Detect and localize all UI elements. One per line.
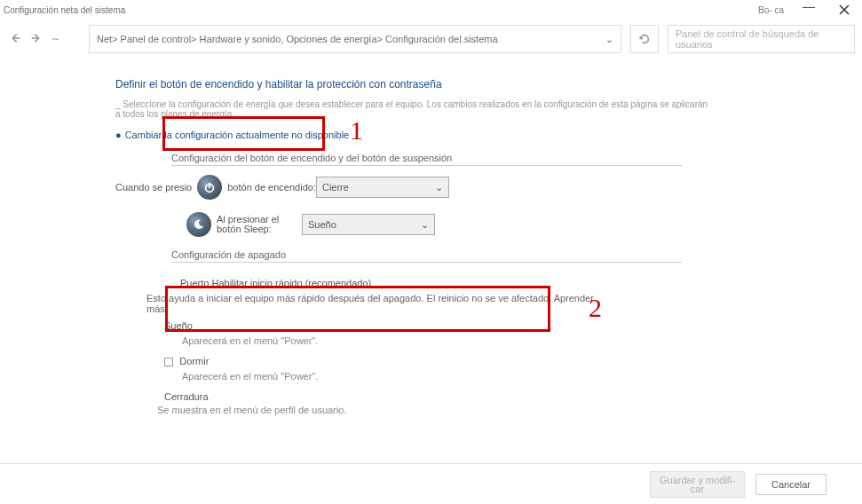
forward-button[interactable] xyxy=(30,32,43,47)
sleep-action-value: Sueño xyxy=(308,219,336,230)
nav-row: ~ Net> Panel de control> Hardware y soni… xyxy=(0,20,862,60)
arrow-right-icon xyxy=(30,32,43,44)
title-bar: Configuración neta del sistema Bo- ca — xyxy=(0,0,862,20)
lock-sub: Se muestra en el menú de perfil de usuar… xyxy=(157,405,710,415)
close-button[interactable] xyxy=(826,0,862,20)
lock-row: Cerradura Se muestra en el menú de perfi… xyxy=(164,390,710,415)
power-button-label-post: botón de encendido: xyxy=(227,182,316,193)
fast-startup-desc: Esto ayuda a iniciar el equipo más rápid… xyxy=(146,293,608,314)
section-buttons-label: Configuración del botón de encendido y d… xyxy=(171,153,682,166)
page-subtext: _ Seleccione la configuración de energía… xyxy=(115,99,710,119)
power-action-select[interactable]: Cierre ⌄ xyxy=(316,177,449,198)
breadcrumb-text: Net> Panel de control> Hardware y sonido… xyxy=(97,34,602,44)
dream-row: Sueño xyxy=(164,319,710,332)
dream-sub: Aparecerá en el menú "Power". xyxy=(182,335,710,346)
sleep-button-row: Al presionar el botón Sleep: Sueño ⌄ xyxy=(186,212,710,237)
power-button-row: Cuando se presio botón de encendido: Cie… xyxy=(115,175,710,200)
power-icon xyxy=(197,175,222,200)
boca-label: Bo- ca xyxy=(758,6,784,14)
page-heading: Definir el botón de encendido y habilita… xyxy=(115,78,710,91)
shutdown-title: Configuración de apagado xyxy=(171,249,682,263)
content-area: Definir el botón de encendido y habilita… xyxy=(0,60,710,415)
shutdown-section: Configuración de apagado Puerto Habilita… xyxy=(171,249,710,415)
fast-startup-label: Puerto Habilitar inicio rápido (recomend… xyxy=(180,278,371,288)
search-input[interactable]: Panel de control de búsqueda de usuarios xyxy=(668,25,855,53)
refresh-icon xyxy=(638,33,651,45)
cancel-button[interactable]: Cancelar xyxy=(755,474,826,495)
dream-label: Sueño xyxy=(164,320,193,331)
chevron-down-icon[interactable]: ⌄ xyxy=(605,34,613,45)
minimize-button[interactable]: — xyxy=(791,0,826,16)
chevron-down-icon: ⌄ xyxy=(435,182,443,193)
close-icon xyxy=(839,4,850,15)
recent-locations-button[interactable]: ~ xyxy=(51,32,59,46)
sleep2-checkbox[interactable] xyxy=(164,358,173,366)
footer: Guardar y modifi- car Cancelar xyxy=(0,463,862,504)
fast-startup-row: Puerto Habilitar inicio rápido (recomend… xyxy=(180,277,710,289)
power-action-value: Cierre xyxy=(322,182,349,193)
save-button[interactable]: Guardar y modifi- car xyxy=(650,471,745,498)
change-settings-link-text: Cambiar la configuración actualmente no … xyxy=(125,130,350,140)
sleep-icon xyxy=(186,212,211,237)
bullet-icon: ● xyxy=(115,130,122,140)
arrow-left-icon xyxy=(9,32,21,44)
sleep2-row: Dormir xyxy=(164,355,710,367)
sleep-action-select[interactable]: Sueño ⌄ xyxy=(302,214,435,235)
sleep-button-label: Al presionar el botón Sleep: xyxy=(217,215,288,234)
lock-label: Cerradura xyxy=(164,391,209,402)
nav-arrows: ~ xyxy=(9,32,80,47)
change-settings-link[interactable]: ●Cambiar la configuración actualmente no… xyxy=(115,130,710,140)
chevron-down-icon: ⌄ xyxy=(421,219,429,231)
sleep2-sub: Aparecerá en el menú "Power". xyxy=(182,371,710,382)
search-placeholder: Panel de control de búsqueda de usuarios xyxy=(676,28,847,50)
refresh-button[interactable] xyxy=(630,25,659,53)
sleep2-label: Dormir xyxy=(179,356,209,366)
window-title: Configuración neta del sistema xyxy=(4,5,125,15)
power-button-label-pre: Cuando se presio xyxy=(115,182,192,193)
breadcrumb[interactable]: Net> Panel de control> Hardware y sonido… xyxy=(89,25,621,53)
back-button[interactable] xyxy=(9,32,21,47)
